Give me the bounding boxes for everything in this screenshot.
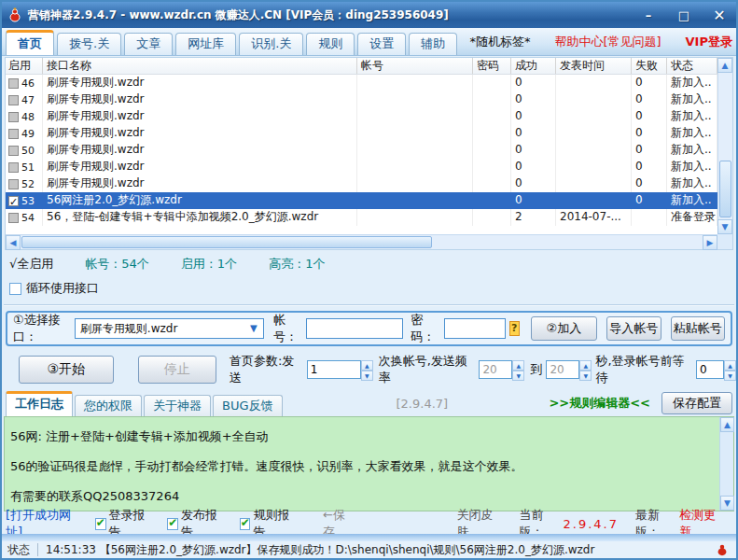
row-checkbox[interactable] xyxy=(8,162,19,173)
spin-down-icon[interactable]: ▼ xyxy=(724,371,736,381)
table-row[interactable]: 50 刷屏专用规则.wzdr 0 0 新加入.. xyxy=(6,142,717,159)
spin-up-icon[interactable]: ▲ xyxy=(579,360,592,371)
row-rule-name: 刷屏专用规则.wzdr xyxy=(43,142,357,159)
column-status[interactable]: 状态 xyxy=(667,58,717,74)
table-horizontal-scrollbar[interactable]: ◀ ▶ xyxy=(6,234,717,249)
stop-button[interactable]: 停止 xyxy=(138,356,216,384)
paste-accounts-button[interactable]: 粘贴帐号 xyxy=(671,316,725,341)
log-vertical-scrollbar[interactable]: ▲ ▼ xyxy=(719,417,733,511)
random-tag-label[interactable]: *随机标签* xyxy=(469,34,530,50)
help-center-link[interactable]: 帮助中心[常见问题] xyxy=(554,34,661,50)
account-input[interactable] xyxy=(306,318,403,339)
spin-up-icon[interactable]: ▲ xyxy=(361,360,373,371)
column-password[interactable]: 密码 xyxy=(473,58,511,74)
nav-tab[interactable]: 网址库 xyxy=(175,33,236,55)
row-fail: 0 xyxy=(632,175,667,192)
scroll-up-icon[interactable]: ▲ xyxy=(717,58,732,73)
checkbox-icon[interactable] xyxy=(240,518,251,530)
checkbox-icon[interactable] xyxy=(95,518,106,530)
wait-stepper[interactable]: ▲▼ xyxy=(724,360,736,379)
nav-tab[interactable]: 规则 xyxy=(306,33,355,55)
spin-up-icon[interactable]: ▲ xyxy=(724,360,736,371)
row-checkbox[interactable] xyxy=(8,112,19,122)
table-row[interactable]: 53 56网注册2.0_梦幻源.wzdr 0 0 新加入.. xyxy=(6,192,717,209)
row-post-time xyxy=(556,108,632,125)
freq-to-input[interactable] xyxy=(546,360,579,379)
send-count-stepper[interactable]: ▲▼ xyxy=(361,360,373,379)
password-input[interactable] xyxy=(444,318,506,339)
log-tab[interactable]: 工作日志 xyxy=(6,391,73,416)
column-enable[interactable]: 启用 xyxy=(6,58,43,74)
nav-tab[interactable]: 文章 xyxy=(124,33,173,55)
nav-tab[interactable]: 首页 xyxy=(6,30,54,55)
spin-up-icon[interactable]: ▲ xyxy=(512,360,524,371)
rule-select-dropdown[interactable]: 刷屏专用规则.wzdr ▼ xyxy=(75,318,264,339)
row-checkbox[interactable] xyxy=(8,78,19,89)
send-count-input[interactable] xyxy=(307,360,361,379)
column-name[interactable]: 接口名称 xyxy=(43,58,357,74)
column-success[interactable]: 成功 xyxy=(511,58,556,74)
freq-to-stepper[interactable]: ▲▼ xyxy=(579,360,592,379)
nav-tab[interactable]: 拨号.关 xyxy=(57,33,121,55)
rule-editor-link[interactable]: >>规则编辑器<< xyxy=(549,395,650,412)
chevron-down-icon[interactable]: ▼ xyxy=(246,321,261,336)
checkbox-icon[interactable] xyxy=(167,518,178,530)
row-success: 0 xyxy=(511,91,556,108)
vertical-scroll-thumb[interactable] xyxy=(719,161,731,217)
row-checkbox[interactable] xyxy=(8,213,19,223)
row-post-time: 2014-07-... xyxy=(556,209,632,226)
version-label: [2.9.4.7] xyxy=(397,397,449,411)
spin-down-icon[interactable]: ▼ xyxy=(579,371,592,381)
minimize-button[interactable]: – xyxy=(637,8,660,22)
close-button[interactable]: ✕ xyxy=(708,7,731,24)
row-password xyxy=(473,125,511,142)
table-row[interactable]: 54 56，登陆-创建专辑+专辑中添加视频2.0_梦幻源.wzdr 2 2014… xyxy=(6,209,717,226)
scroll-up-icon[interactable]: ▲ xyxy=(720,417,734,432)
wait-input[interactable] xyxy=(696,360,724,379)
spin-down-icon[interactable]: ▼ xyxy=(361,371,373,381)
nav-tab[interactable]: 辅助 xyxy=(409,33,457,55)
scroll-down-icon[interactable]: ▼ xyxy=(717,219,732,234)
row-checkbox[interactable] xyxy=(8,129,19,139)
table-row[interactable]: 48 刷屏专用规则.wzdr 0 0 新加入.. xyxy=(6,108,717,125)
freq-from-stepper[interactable]: ▲▼ xyxy=(512,360,524,379)
save-config-button[interactable]: 保存配置 xyxy=(661,392,732,414)
divider-strip xyxy=(2,534,736,541)
vip-login-link[interactable]: VIP登录 xyxy=(686,34,732,50)
row-checkbox[interactable] xyxy=(8,196,19,206)
help-question-icon[interactable]: ? xyxy=(509,321,520,336)
checkbox-icon[interactable] xyxy=(9,283,21,295)
scroll-left-icon[interactable]: ◀ xyxy=(6,235,21,250)
enable-all-checkbox[interactable]: √全启用 xyxy=(9,256,53,273)
loop-interface-checkbox[interactable]: 循环使用接口 xyxy=(9,280,99,297)
row-checkbox[interactable] xyxy=(8,95,19,105)
table-row[interactable]: 46 刷屏专用规则.wzdr 0 0 新加入.. xyxy=(6,75,717,91)
column-fail[interactable]: 失败 xyxy=(632,58,667,74)
log-tab[interactable]: 您的权限 xyxy=(75,395,142,416)
select-interface-label: ①选择接口： xyxy=(13,312,71,345)
row-post-time xyxy=(556,192,632,209)
scroll-right-icon[interactable]: ▶ xyxy=(703,235,717,250)
horizontal-scroll-thumb[interactable] xyxy=(21,236,432,248)
row-checkbox[interactable] xyxy=(8,146,19,156)
column-time[interactable]: 发表时间 xyxy=(556,58,632,74)
start-button[interactable]: ③开始 xyxy=(19,356,114,384)
table-row[interactable]: 49 刷屏专用规则.wzdr 0 0 新加入.. xyxy=(6,125,717,142)
freq-from-input[interactable] xyxy=(479,360,512,379)
log-tab[interactable]: 关于神器 xyxy=(144,395,211,416)
table-row[interactable]: 51 刷屏专用规则.wzdr 0 0 新加入.. xyxy=(6,159,717,175)
column-account[interactable]: 帐号 xyxy=(357,58,473,74)
nav-tab[interactable]: 设置 xyxy=(357,33,406,55)
join-button[interactable]: ②加入 xyxy=(531,316,597,341)
control-row: ③开始 停止 首页参数:发送 ▲▼ 次换帐号,发送频率 ▲▼ 到 ▲▼ 秒,登录… xyxy=(2,354,736,385)
maximize-button[interactable]: □ xyxy=(673,8,695,22)
spin-down-icon[interactable]: ▼ xyxy=(512,371,524,381)
table-row[interactable]: 47 刷屏专用规则.wzdr 0 0 新加入.. xyxy=(6,91,717,108)
log-tab[interactable]: BUG反馈 xyxy=(213,395,283,416)
row-number: 54 xyxy=(21,210,35,226)
table-row[interactable]: 52 刷屏专用规则.wzdr 0 0 新加入.. xyxy=(6,175,717,192)
table-vertical-scrollbar[interactable]: ▲ ▼ xyxy=(717,58,732,234)
import-accounts-button[interactable]: 导入帐号 xyxy=(606,316,661,341)
nav-tab[interactable]: 识别.关 xyxy=(239,33,303,55)
row-checkbox[interactable] xyxy=(8,179,19,189)
